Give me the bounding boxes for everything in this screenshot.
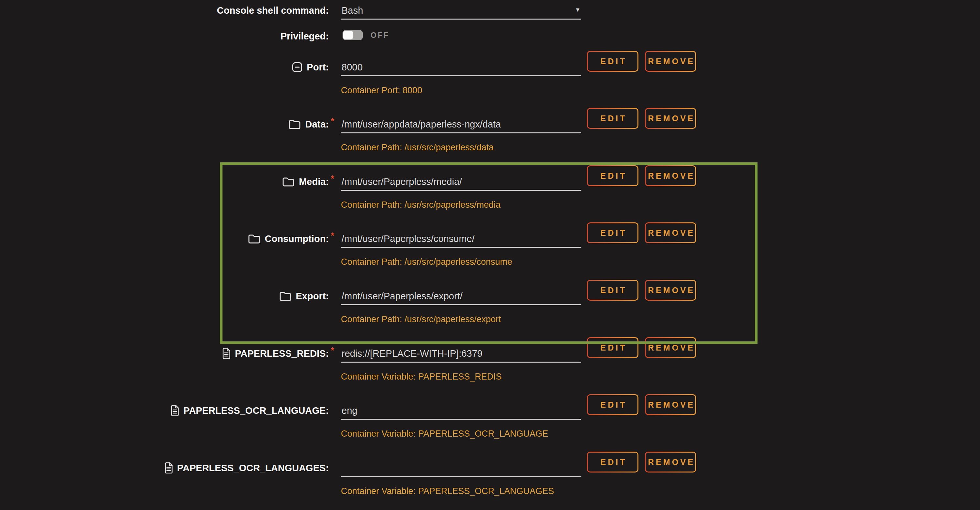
- remove-button[interactable]: REMOVE: [645, 165, 696, 186]
- field-value-input[interactable]: [342, 462, 576, 474]
- toggle-knob: [343, 31, 353, 40]
- paperless-redis-label-cell: PAPERLESS_REDIS:: [0, 348, 329, 359]
- folder-icon: [282, 176, 294, 187]
- field-helper-text: Container Port: 8000: [341, 86, 422, 95]
- remove-button[interactable]: REMOVE: [645, 337, 696, 358]
- field-helper-text: Container Path: /usr/src/paperless/data: [341, 143, 493, 153]
- paperless-ocr-languages-label-cell: PAPERLESS_OCR_LANGUAGES:: [0, 462, 329, 474]
- media-label-cell: Media:: [0, 176, 329, 187]
- paperless-ocr-language-label-cell: PAPERLESS_OCR_LANGUAGE:: [0, 405, 329, 416]
- field-underline: [341, 476, 581, 477]
- remove-button[interactable]: REMOVE: [645, 394, 696, 415]
- console-shell-command-label-cell: Console shell command:: [0, 5, 329, 16]
- field-label: Media:: [299, 176, 329, 187]
- field-label: Privileged:: [280, 31, 329, 42]
- field-label: Data:: [305, 119, 329, 130]
- document-icon: [164, 462, 173, 473]
- field-helper-text: Container Path: /usr/src/paperless/expor…: [341, 315, 501, 324]
- field-label: PAPERLESS_OCR_LANGUAGES:: [177, 463, 329, 473]
- document-icon: [170, 405, 179, 416]
- consumption-label-cell: Consumption:: [0, 233, 329, 245]
- field-helper-text: Container Variable: PAPERLESS_OCR_LANGUA…: [341, 486, 554, 496]
- privileged-toggle[interactable]: [342, 30, 363, 40]
- edit-button[interactable]: EDIT: [587, 51, 638, 72]
- remove-button[interactable]: REMOVE: [645, 51, 696, 72]
- console-shell-select[interactable]: Bash: [342, 5, 576, 16]
- field-label: Export:: [296, 291, 329, 302]
- folder-icon: [279, 291, 292, 301]
- field-label: PAPERLESS_OCR_LANGUAGE:: [183, 405, 329, 416]
- edit-button[interactable]: EDIT: [587, 394, 638, 415]
- edit-button[interactable]: EDIT: [587, 165, 638, 186]
- edit-button[interactable]: EDIT: [587, 108, 638, 129]
- folder-icon: [248, 234, 260, 244]
- field-underline: [341, 419, 581, 419]
- edit-button[interactable]: EDIT: [587, 337, 638, 358]
- port-icon: [292, 62, 302, 72]
- field-label: Consumption:: [264, 234, 329, 244]
- required-asterisk: *: [331, 231, 334, 241]
- field-underline: [341, 19, 581, 19]
- field-label: Port:: [307, 62, 329, 73]
- required-asterisk: *: [331, 346, 334, 356]
- field-value-input[interactable]: /mnt/user/Paperpless/export/: [342, 290, 576, 302]
- export-label-cell: Export:: [0, 290, 329, 302]
- field-helper-text: Container Variable: PAPERLESS_REDIS: [341, 372, 502, 382]
- field-underline: [341, 190, 581, 191]
- field-value-input[interactable]: /mnt/user/Paperpless/media/: [342, 176, 576, 187]
- field-underline: [341, 247, 581, 248]
- edit-button[interactable]: EDIT: [587, 452, 638, 472]
- docker-template-settings-page: Console shell command: Bash ▼ Privileged…: [0, 0, 980, 510]
- folder-icon: [288, 119, 301, 129]
- field-value-input[interactable]: eng: [342, 405, 576, 416]
- field-helper-text: Container Variable: PAPERLESS_OCR_LANGUA…: [341, 429, 548, 439]
- edit-button[interactable]: EDIT: [587, 222, 638, 243]
- field-helper-text: Container Path: /usr/src/paperless/media: [341, 200, 500, 210]
- field-underline: [341, 362, 581, 362]
- field-helper-text: Container Path: /usr/src/paperless/consu…: [341, 257, 512, 267]
- port-label-cell: Port:: [0, 61, 329, 73]
- field-label: PAPERLESS_REDIS:: [235, 348, 329, 359]
- remove-button[interactable]: REMOVE: [645, 452, 696, 472]
- remove-button[interactable]: REMOVE: [645, 280, 696, 301]
- required-asterisk: *: [331, 174, 334, 184]
- privileged-label-cell: Privileged:: [0, 30, 329, 42]
- dropdown-arrow-icon[interactable]: ▼: [575, 6, 581, 13]
- field-value-input[interactable]: 8000: [342, 61, 576, 73]
- field-value-input[interactable]: /mnt/user/appdata/paperless-ngx/data: [342, 118, 576, 130]
- remove-button[interactable]: REMOVE: [645, 222, 696, 243]
- field-value-input[interactable]: redis://[REPLACE-WITH-IP]:6379: [342, 348, 576, 359]
- toggle-state-label: OFF: [371, 31, 390, 40]
- field-label: Console shell command:: [217, 5, 329, 16]
- field-underline: [341, 304, 581, 305]
- document-icon: [221, 348, 231, 359]
- field-underline: [341, 75, 581, 76]
- field-value-input[interactable]: /mnt/user/Paperpless/consume/: [342, 233, 576, 245]
- remove-button[interactable]: REMOVE: [645, 108, 696, 129]
- field-underline: [341, 132, 581, 133]
- edit-button[interactable]: EDIT: [587, 280, 638, 301]
- required-asterisk: *: [331, 116, 334, 127]
- data-label-cell: Data:: [0, 118, 329, 130]
